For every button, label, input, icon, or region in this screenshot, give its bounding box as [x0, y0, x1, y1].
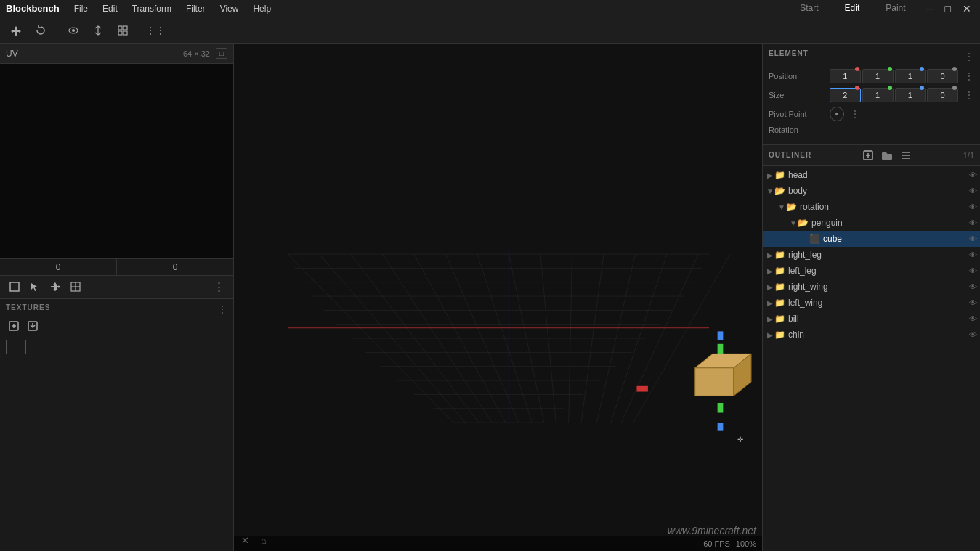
eye-bill[interactable]: 👁 [969, 314, 977, 323]
eye-chin[interactable]: 👁 [969, 330, 977, 339]
svg-rect-57 [718, 331, 724, 340]
outliner-item-left-wing[interactable]: ▶ 📁 left_wing 👁 [763, 295, 980, 311]
color-swatch[interactable] [6, 340, 26, 354]
right-panel: ELEMENT ⋮ Position [762, 44, 980, 551]
uv-coord-y: 0 [117, 259, 233, 275]
position-x[interactable] [830, 69, 861, 83]
position-z[interactable] [895, 69, 926, 83]
toolbar-flip[interactable] [88, 20, 108, 41]
size-z[interactable] [895, 88, 926, 102]
tab-start[interactable]: Start [791, 0, 827, 19]
uv-canvas-area[interactable] [0, 64, 233, 258]
menu-view[interactable]: View [217, 4, 242, 14]
size-more[interactable]: ⋮ [964, 89, 974, 101]
size-y[interactable] [862, 88, 894, 102]
outliner-item-head[interactable]: ▶ 📁 head 👁 [763, 167, 980, 183]
toolbar-eye[interactable] [63, 20, 84, 41]
menu-file[interactable]: File [71, 4, 91, 14]
outliner-item-penguin[interactable]: ▼ 📂 penguin 👁 [763, 215, 980, 231]
outliner-folder[interactable] [879, 147, 895, 163]
eye-right-leg[interactable]: 👁 [969, 250, 977, 259]
svg-rect-6 [123, 31, 127, 35]
eye-rotation[interactable]: 👁 [969, 203, 977, 211]
size-z-wrap [895, 88, 926, 102]
element-more[interactable]: ⋮ [964, 51, 974, 62]
outliner-item-chin[interactable]: ▶ 📁 chin 👁 [763, 327, 980, 343]
position-more[interactable]: ⋮ [964, 70, 974, 82]
item-name-right-wing: right_wing [788, 282, 969, 292]
size-x[interactable] [830, 88, 861, 102]
menu-help[interactable]: Help [250, 4, 274, 14]
viewport-close[interactable]: ✕ [237, 532, 253, 548]
rotation-label: Rotation [769, 126, 827, 134]
viewport-reset[interactable]: ⌂ [256, 532, 272, 548]
size-inputs [830, 88, 958, 102]
folder-icon-right-leg: 📁 [774, 250, 785, 260]
pivot-dot [835, 113, 838, 115]
uv-tool-grid[interactable] [67, 278, 84, 295]
toolbar-grid[interactable] [113, 20, 133, 41]
outliner-item-bill[interactable]: ▶ 📁 bill 👁 [763, 311, 980, 327]
uv-canvas-svg [0, 64, 233, 258]
outliner-item-right-leg[interactable]: ▶ 📁 right_leg 👁 [763, 247, 980, 263]
uv-size-toggle[interactable]: □ [216, 48, 227, 59]
outliner-item-right-wing[interactable]: ▶ 📁 right_wing 👁 [763, 279, 980, 295]
eye-right-wing[interactable]: 👁 [969, 282, 977, 291]
position-y[interactable] [862, 69, 894, 83]
uv-coords: 0 0 [0, 258, 233, 275]
close-btn[interactable]: ✕ [960, 3, 974, 15]
svg-rect-3 [118, 26, 122, 30]
svg-rect-7 [0, 64, 233, 258]
outliner-item-rotation[interactable]: ▼ 📂 rotation 👁 [763, 199, 980, 215]
outliner-add[interactable] [860, 147, 876, 163]
size-y-wrap [862, 88, 894, 102]
menu-edit[interactable]: Edit [100, 4, 121, 14]
outliner-tree: ▶ 📁 head 👁 ▼ 📂 body 👁 ▼ 📂 [763, 166, 980, 551]
pivot-icon[interactable] [830, 107, 844, 121]
arrow-left-wing: ▶ [766, 299, 774, 307]
tab-edit[interactable]: Edit [836, 0, 869, 19]
arrow-body: ▼ [766, 187, 774, 195]
outliner-item-body[interactable]: ▼ 📂 body 👁 [763, 183, 980, 199]
svg-rect-4 [123, 26, 127, 30]
item-name-right-leg: right_leg [788, 250, 969, 260]
menu-transform[interactable]: Transform [129, 4, 174, 14]
tex-add[interactable] [6, 318, 22, 334]
eye-left-wing[interactable]: 👁 [969, 298, 977, 307]
viewport[interactable]: ✛ 60 FPS 100% ✕ ⌂ www.9minecraft.net [234, 44, 762, 551]
tab-paint[interactable]: Paint [877, 0, 914, 19]
arrow-penguin: ▼ [789, 219, 798, 227]
toolbar-move[interactable] [6, 20, 26, 41]
size-label: Size [769, 91, 827, 99]
eye-left-leg[interactable]: 👁 [969, 266, 977, 275]
outliner-item-left-leg[interactable]: ▶ 📁 left_leg 👁 [763, 263, 980, 279]
toolbar-rotate[interactable] [31, 20, 51, 41]
outliner-count: 1/1 [963, 151, 974, 160]
eye-head[interactable]: 👁 [969, 171, 977, 179]
maximize-btn[interactable]: □ [942, 3, 954, 15]
outliner-list[interactable] [898, 147, 914, 163]
tex-import[interactable] [25, 318, 41, 334]
uv-size: 64 × 32 [183, 49, 210, 58]
item-name-chin: chin [788, 330, 969, 340]
uv-tool-move[interactable] [46, 278, 64, 295]
outliner-item-cube[interactable]: ▶ ⬛ cube 👁 [763, 231, 980, 247]
textures-title: TEXTURES [6, 303, 50, 311]
size-w[interactable] [927, 88, 958, 102]
menu-filter[interactable]: Filter [183, 4, 208, 14]
minimize-btn[interactable]: ─ [923, 3, 936, 15]
pivot-more[interactable]: ⋮ [850, 108, 860, 120]
folder-icon-bill: 📁 [774, 314, 785, 324]
folder-icon-body: 📂 [774, 186, 785, 196]
position-w[interactable] [927, 69, 958, 83]
eye-body[interactable]: 👁 [969, 187, 977, 195]
eye-penguin[interactable]: 👁 [969, 219, 977, 227]
toolbar-more[interactable]: ⋮⋮ [145, 20, 166, 41]
eye-cube[interactable]: 👁 [969, 234, 977, 243]
uv-bottom-toolbar [6, 318, 227, 334]
uv-tool-select[interactable] [26, 278, 44, 295]
uv-tool-rect[interactable] [6, 278, 23, 295]
color-row [0, 337, 233, 357]
textures-more[interactable]: ⋮ [217, 303, 227, 315]
uv-more[interactable]: ⋮ [210, 278, 227, 295]
